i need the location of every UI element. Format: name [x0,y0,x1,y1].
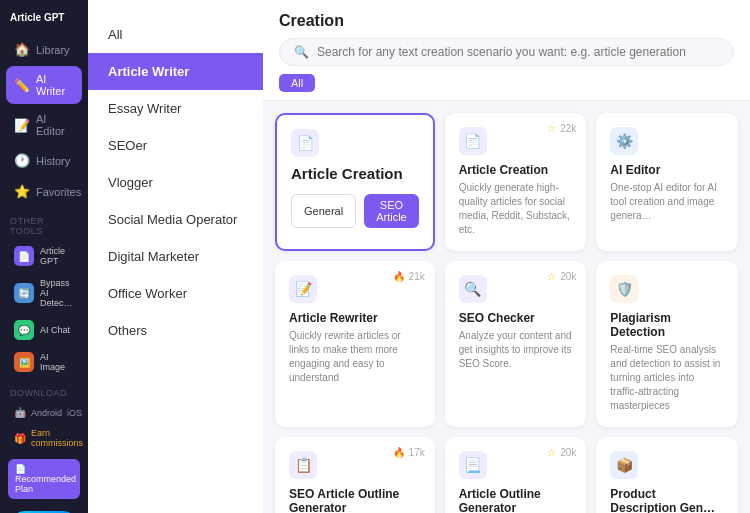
android-label: Android [31,408,62,418]
card-product-desc[interactable]: 📦 Product Description Gen… Help you gene… [596,437,738,513]
card-count: 21k [409,271,425,282]
sidebar-nav: 🏠 Library ✏️ AI Writer 📝 AI Editor 🕐 His… [0,35,88,206]
sidebar-item-library[interactable]: 🏠 Library [6,35,82,64]
card-icon: 📝 [289,275,317,303]
download-android[interactable]: 🤖 Android iOS [6,402,82,423]
card-count: 20k [560,271,576,282]
card-article-outline[interactable]: ☆ 20k 📃 Article Outline Generator Stream… [445,437,587,513]
sidebar-tool-bypass[interactable]: 🔄 Bypass AI Detec… [6,272,82,314]
category-others[interactable]: Others [88,312,263,349]
card-seo-outline[interactable]: 🔥 17k 📋 SEO Article Outline Generator Bo… [275,437,435,513]
category-all[interactable]: All [88,16,263,53]
star-icon: ☆ [547,123,556,134]
card-meta: ☆ 20k [547,447,576,458]
category-essay-writer[interactable]: Essay Writer [88,90,263,127]
sidebar-item-label: Library [36,44,70,56]
search-bar[interactable]: 🔍 [279,38,734,66]
recommended-icon: 📄 [15,464,26,474]
main-content: Creation 🔍 All 📄 Article Creation Genera… [263,0,750,513]
card-title: AI Editor [610,163,724,177]
image-icon: 🖼️ [14,352,34,372]
editor-icon: 📝 [14,118,30,133]
card-title: SEO Checker [459,311,573,325]
recommended-plan[interactable]: 📄 Recommended Plan [8,459,80,499]
sidebar-item-favorites[interactable]: ⭐ Favorites [6,177,82,206]
card-seo-checker[interactable]: ☆ 20k 🔍 SEO Checker Analyze your content… [445,261,587,427]
card-title: Article Outline Generator [459,487,573,513]
sidebar-tool-ai-chat[interactable]: 💬 AI Chat [6,314,82,346]
filter-all-button[interactable]: All [279,74,315,92]
sidebar-tool-article-gpt[interactable]: 📄 Article GPT [6,240,82,272]
download-label: Download [0,378,88,402]
general-button[interactable]: General [291,194,356,228]
card-desc: Real-time SEO analysis and detection to … [610,343,724,413]
android-icon: 🤖 [14,407,26,418]
sidebar-item-label: History [36,155,70,167]
category-seoer[interactable]: SEOer [88,127,263,164]
content-area: 📄 Article Creation General SEO Article ☆… [263,101,750,513]
sidebar-tool-ai-image[interactable]: 🖼️ AI Image [6,346,82,378]
card-plagiarism[interactable]: 🛡️ Plagiarism Detection Real-time SEO an… [596,261,738,427]
fire-icon: 🔥 [393,271,405,282]
bypass-icon: 🔄 [14,283,34,303]
sidebar: Article GPT 🏠 Library ✏️ AI Writer 📝 AI … [0,0,88,513]
main-header: Creation 🔍 All [263,0,750,101]
page-title: Creation [279,12,734,30]
card-icon: 📋 [289,451,317,479]
card-article-rewriter[interactable]: 🔥 21k 📝 Article Rewriter Quickly rewrite… [275,261,435,427]
card-desc: Quickly generate high-quality articles f… [459,181,573,237]
seo-article-button[interactable]: SEO Article [364,194,419,228]
card-desc: Quickly rewrite articles or links to mak… [289,329,421,385]
card-icon: 📦 [610,451,638,479]
home-icon: 🏠 [14,42,30,57]
ios-label: iOS [67,408,82,418]
card-meta: 🔥 21k [393,271,425,282]
card-title: Article Creation [291,165,419,182]
category-vlogger[interactable]: Vlogger [88,164,263,201]
card-article-creation-featured[interactable]: 📄 Article Creation General SEO Article [275,113,435,251]
card-title: Plagiarism Detection [610,311,724,339]
card-icon: ⚙️ [610,127,638,155]
category-article-writer[interactable]: Article Writer [88,53,263,90]
article-gpt-icon: 📄 [14,246,34,266]
sidebar-item-label: Favorites [36,186,81,198]
card-count: 22k [560,123,576,134]
sidebar-item-history[interactable]: 🕐 History [6,146,82,175]
search-input[interactable] [317,45,719,59]
featured-buttons: General SEO Article [291,194,419,228]
card-meta: ☆ 20k [547,271,576,282]
card-title: Article Rewriter [289,311,421,325]
category-office-worker[interactable]: Office Worker [88,275,263,312]
sidebar-item-ai-writer[interactable]: ✏️ AI Writer [6,66,82,104]
card-icon: 🛡️ [610,275,638,303]
history-icon: 🕐 [14,153,30,168]
card-title: Article Creation [459,163,573,177]
earn-icon: 🎁 [14,433,26,444]
star-icon: ☆ [547,447,556,458]
chat-icon: 💬 [14,320,34,340]
card-article-creation[interactable]: ☆ 22k 📄 Article Creation Quickly generat… [445,113,587,251]
filter-bar: All [279,66,734,92]
sidebar-item-label: AI Editor [36,113,74,137]
star-icon: ⭐ [14,184,30,199]
sidebar-item-ai-editor[interactable]: 📝 AI Editor [6,106,82,144]
card-desc: One-stop AI editor for AI tool creation … [610,181,724,223]
card-icon: 📄 [459,127,487,155]
tool-label: Bypass AI Detec… [40,278,74,308]
category-social-media[interactable]: Social Media Operator [88,201,263,238]
card-icon: 🔍 [459,275,487,303]
card-count: 17k [409,447,425,458]
earn-commissions[interactable]: 🎁 Earn commissions [6,423,82,453]
card-title: Product Description Gen… [610,487,724,513]
card-ai-editor[interactable]: ⚙️ AI Editor One-stop AI editor for AI t… [596,113,738,251]
category-panel: All Article Writer Essay Writer SEOer Vl… [88,0,263,513]
sidebar-item-label: AI Writer [36,73,74,97]
tool-label: Article GPT [40,246,74,266]
card-desc: Analyze your content and get insights to… [459,329,573,371]
other-tools-label: Other Tools [0,206,88,240]
search-icon: 🔍 [294,45,309,59]
category-digital-marketer[interactable]: Digital Marketer [88,238,263,275]
card-title: SEO Article Outline Generator [289,487,421,513]
tool-label: AI Chat [40,325,70,335]
card-count: 20k [560,447,576,458]
